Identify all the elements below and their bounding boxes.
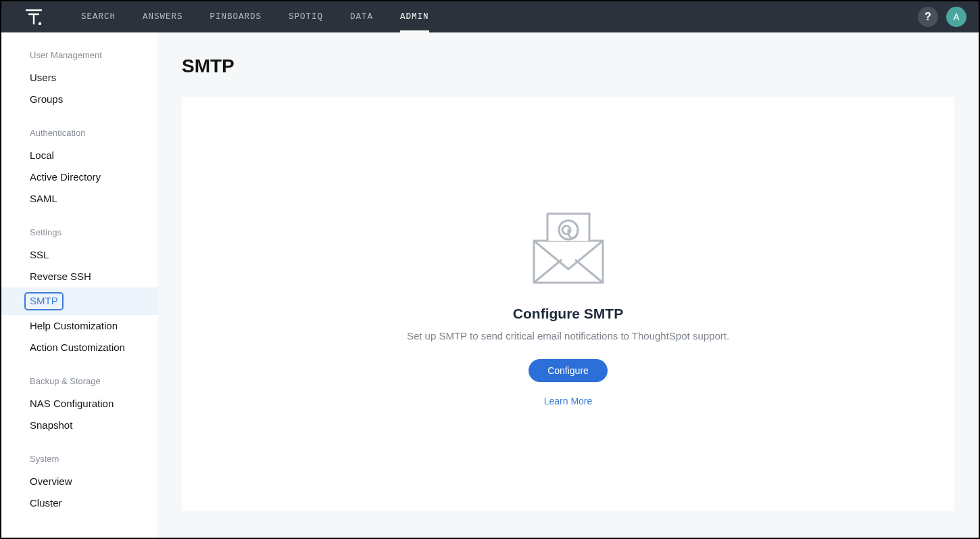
sidebar: User Management Users Groups Authenticat… [1,32,157,538]
sidebar-group-title: User Management [1,50,157,67]
sidebar-item-label: Help Customization [30,320,118,331]
sidebar-item-label: Cluster [30,497,62,509]
sidebar-group-authentication: Authentication Local Active Directory SA… [1,128,157,210]
main-content: SMTP Conf [157,32,979,538]
svg-point-3 [39,22,41,25]
sidebar-item-active-directory[interactable]: Active Directory [1,166,157,188]
sidebar-group-title: System [1,454,157,471]
topnav-item-answers[interactable]: ANSWERS [129,1,197,32]
topnav-item-search[interactable]: SEARCH [68,1,129,32]
sidebar-item-groups[interactable]: Groups [1,89,157,110]
content-card: Configure SMTP Set up SMTP to send criti… [182,97,954,511]
page-title: SMTP [182,55,954,77]
sidebar-item-snapshot[interactable]: Snapshot [1,415,157,436]
sidebar-item-label: Active Directory [30,171,101,183]
sidebar-group-title: Settings [1,227,157,244]
learn-more-link[interactable]: Learn More [379,396,758,406]
topnav-item-data[interactable]: DATA [337,1,387,32]
empty-state: Configure SMTP Set up SMTP to send criti… [379,203,758,406]
empty-state-description: Set up SMTP to send critical email notif… [379,330,758,342]
empty-state-heading: Configure SMTP [379,306,758,322]
sidebar-item-label: SSL [30,249,49,260]
sidebar-item-nas-configuration[interactable]: NAS Configuration [1,393,157,415]
sidebar-item-ssl[interactable]: SSL [1,244,157,266]
sidebar-item-label: SMTP [24,292,64,310]
sidebar-item-label: Action Customization [30,342,125,353]
sidebar-group-user-management: User Management Users Groups [1,50,157,110]
sidebar-group-title: Backup & Storage [1,376,157,393]
sidebar-item-local[interactable]: Local [1,145,157,166]
sidebar-group-system: System Overview Cluster [1,454,157,514]
top-nav: SEARCH ANSWERS PINBOARDS SPOTIQ DATA ADM… [1,1,979,32]
sidebar-item-label: Overview [30,475,72,487]
sidebar-item-label: NAS Configuration [30,398,114,409]
sidebar-item-saml[interactable]: SAML [1,188,157,210]
sidebar-item-help-customization[interactable]: Help Customization [1,315,157,337]
topnav-items: SEARCH ANSWERS PINBOARDS SPOTIQ DATA ADM… [68,1,443,32]
sidebar-item-label: SAML [30,193,57,204]
topnav-item-pinboards[interactable]: PINBOARDS [197,1,276,32]
sidebar-item-overview[interactable]: Overview [1,471,157,492]
sidebar-item-label: Local [30,149,54,161]
sidebar-item-reverse-ssh[interactable]: Reverse SSH [1,266,157,287]
sidebar-item-cluster[interactable]: Cluster [1,492,157,514]
sidebar-group-backup-storage: Backup & Storage NAS Configuration Snaps… [1,376,157,436]
sidebar-item-label: Users [30,72,56,83]
sidebar-group-title: Authentication [1,128,157,145]
sidebar-item-label: Snapshot [30,419,72,431]
sidebar-item-label: Reverse SSH [30,271,91,282]
sidebar-item-action-customization[interactable]: Action Customization [1,337,157,358]
topnav-item-spotiq[interactable]: SPOTIQ [275,1,337,32]
user-avatar[interactable]: A [946,7,966,27]
topnav-item-admin[interactable]: ADMIN [387,1,443,32]
sidebar-item-users[interactable]: Users [1,67,157,89]
sidebar-item-smtp[interactable]: SMTP [1,287,157,315]
product-logo-icon[interactable] [14,1,54,32]
configure-button[interactable]: Configure [529,359,608,382]
envelope-at-icon [379,203,758,294]
sidebar-group-settings: Settings SSL Reverse SSH SMTP Help Custo… [1,227,157,358]
sidebar-item-label: Groups [30,93,63,105]
help-button[interactable]: ? [918,7,938,27]
